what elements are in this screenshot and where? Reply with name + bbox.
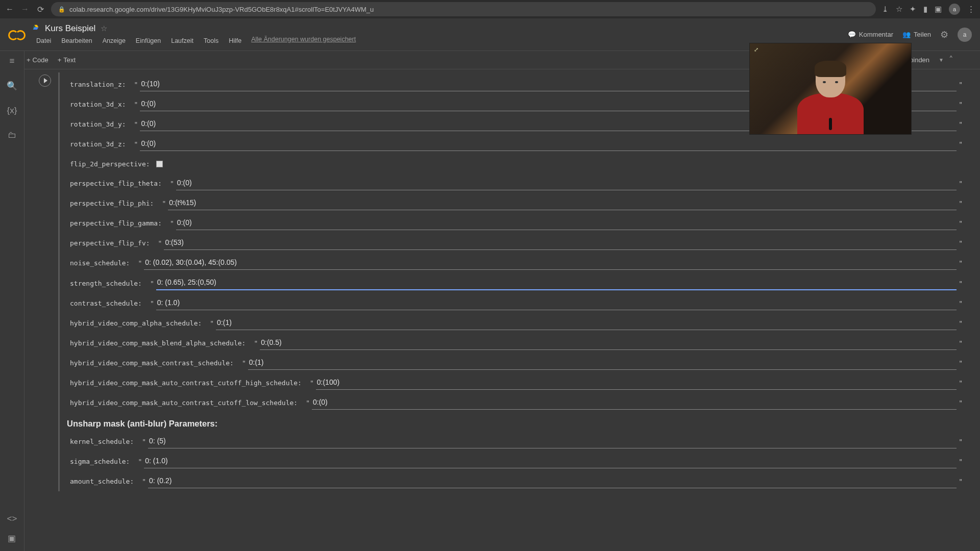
run-cell-button[interactable] bbox=[39, 74, 51, 87]
input-hybrid-mask-blend[interactable] bbox=[260, 336, 957, 350]
input-hybrid-mask-contrast[interactable] bbox=[248, 356, 957, 370]
add-text-button[interactable]: + Text bbox=[58, 56, 76, 64]
quote-open: " bbox=[208, 319, 216, 327]
drive-icon bbox=[32, 23, 40, 33]
quote-close: " bbox=[957, 319, 965, 327]
menu-hilfe[interactable]: Hilfe bbox=[224, 36, 246, 46]
row-perspective-flip-gamma: perspective_flip_gamma: " " bbox=[70, 213, 965, 233]
star-icon[interactable]: ☆ bbox=[101, 24, 107, 33]
quote-open: " bbox=[308, 379, 316, 387]
quote-close: " bbox=[957, 458, 965, 465]
quote-close: " bbox=[957, 399, 965, 407]
label-hybrid-alpha: hybrid_video_comp_alpha_schedule: bbox=[70, 319, 208, 327]
input-perspective-flip-fv[interactable] bbox=[164, 236, 957, 250]
connect-dropdown-icon[interactable]: ▼ bbox=[939, 57, 944, 63]
quote-close: " bbox=[957, 299, 965, 307]
label-noise-schedule: noise_schedule: bbox=[70, 259, 136, 267]
quote-close: " bbox=[957, 280, 965, 287]
share-icon: 👥 bbox=[902, 31, 911, 38]
terminal-icon[interactable]: ▣ bbox=[8, 533, 16, 544]
input-hybrid-alpha[interactable] bbox=[216, 316, 957, 330]
reload-button[interactable]: ⟳ bbox=[36, 5, 45, 14]
kommentar-button[interactable]: 💬 Kommentar bbox=[848, 31, 893, 38]
input-contrast-schedule[interactable] bbox=[156, 296, 957, 310]
input-sigma-schedule[interactable] bbox=[144, 455, 957, 468]
extensions-icon[interactable]: ✦ bbox=[910, 5, 916, 14]
quote-close: " bbox=[957, 259, 965, 267]
row-sigma-schedule: sigma_schedule: " " bbox=[70, 452, 965, 471]
forward-button[interactable]: → bbox=[20, 5, 30, 14]
input-strength-schedule[interactable] bbox=[156, 276, 957, 290]
menu-einfuegen[interactable]: Einfügen bbox=[131, 36, 165, 46]
url-text: colab.research.google.com/drive/13G9KHyM… bbox=[69, 6, 374, 13]
quote-close: " bbox=[957, 219, 965, 227]
quote-open: " bbox=[140, 438, 148, 445]
input-kernel-schedule[interactable] bbox=[148, 435, 957, 448]
label-contrast-schedule: contrast_schedule: bbox=[70, 299, 148, 307]
label-rotation-3d-y: rotation_3d_y: bbox=[70, 120, 132, 128]
bookmark-icon[interactable]: ☆ bbox=[896, 5, 902, 14]
files-icon[interactable]: 🗀 bbox=[8, 130, 16, 140]
teilen-label: Teilen bbox=[914, 31, 931, 38]
label-hybrid-mask-contrast: hybrid_video_comp_mask_contrast_schedule… bbox=[70, 359, 240, 367]
input-rotation-3d-z[interactable] bbox=[140, 137, 957, 151]
quote-open: " bbox=[132, 81, 140, 88]
quote-close: " bbox=[957, 120, 965, 128]
row-kernel-schedule: kernel_schedule: " " bbox=[70, 432, 965, 452]
toolbar-expand-icon[interactable]: ˄ bbox=[949, 55, 953, 65]
menu-tools[interactable]: Tools bbox=[199, 36, 223, 46]
url-bar[interactable]: 🔒 colab.research.google.com/drive/13G9KH… bbox=[51, 2, 876, 16]
section-unsharp-heading: Unsharp mask (anti-blur) Parameters: bbox=[67, 419, 965, 429]
row-hybrid-cutoff-high: hybrid_video_comp_mask_auto_contrast_cut… bbox=[70, 373, 965, 393]
quote-open: " bbox=[252, 339, 260, 347]
row-hybrid-alpha: hybrid_video_comp_alpha_schedule: " " bbox=[70, 313, 965, 333]
teilen-button[interactable]: 👥 Teilen bbox=[902, 31, 931, 38]
search-icon[interactable]: 🔍 bbox=[7, 81, 17, 91]
quote-close: " bbox=[957, 359, 965, 367]
input-perspective-flip-theta[interactable] bbox=[176, 177, 957, 190]
install-icon[interactable]: ⤓ bbox=[882, 5, 889, 14]
back-button[interactable]: ← bbox=[5, 5, 14, 14]
quote-open: " bbox=[136, 259, 144, 267]
code-snippets-icon[interactable]: <> bbox=[7, 514, 17, 524]
quote-close: " bbox=[957, 199, 965, 207]
document-title[interactable]: Kurs Beispiel bbox=[45, 23, 95, 34]
quote-open: " bbox=[136, 458, 144, 465]
colab-logo-icon[interactable] bbox=[8, 29, 26, 41]
menu-laufzeit[interactable]: Laufzeit bbox=[166, 36, 198, 46]
gear-icon[interactable]: ⚙ bbox=[940, 29, 948, 40]
label-rotation-3d-z: rotation_3d_z: bbox=[70, 140, 132, 148]
input-hybrid-cutoff-high[interactable] bbox=[316, 376, 957, 390]
label-perspective-flip-gamma: perspective_flip_gamma: bbox=[70, 219, 168, 227]
input-perspective-flip-phi[interactable] bbox=[168, 196, 957, 210]
quote-close: " bbox=[957, 438, 965, 445]
quote-close: " bbox=[957, 478, 965, 485]
input-hybrid-cutoff-low[interactable] bbox=[312, 396, 957, 410]
quote-open: " bbox=[304, 399, 312, 407]
toc-icon[interactable]: ≡ bbox=[10, 56, 15, 66]
user-avatar[interactable]: a bbox=[958, 28, 972, 42]
more-icon[interactable]: ▮ bbox=[923, 5, 927, 14]
menu-datei[interactable]: Datei bbox=[32, 36, 56, 46]
input-amount-schedule[interactable] bbox=[148, 474, 957, 488]
checkbox-flip-2d-perspective[interactable] bbox=[156, 161, 163, 167]
input-noise-schedule[interactable] bbox=[144, 256, 957, 270]
main-content: translation_z: " " rotation_3d_x: " " ro… bbox=[24, 69, 980, 551]
quote-open: " bbox=[168, 180, 176, 187]
quote-close: " bbox=[957, 379, 965, 387]
menu-anzeige[interactable]: Anzeige bbox=[98, 36, 130, 46]
quote-close: " bbox=[957, 339, 965, 347]
save-status[interactable]: Alle Änderungen wurden gespeichert bbox=[251, 36, 356, 46]
variables-icon[interactable]: {x} bbox=[7, 106, 17, 116]
label-hybrid-cutoff-low: hybrid_video_comp_mask_auto_contrast_cut… bbox=[70, 399, 304, 407]
left-rail: ≡ 🔍 {x} 🗀 <> ▣ bbox=[0, 51, 24, 551]
browser-avatar[interactable]: a bbox=[949, 4, 960, 15]
menu-bearbeiten[interactable]: Bearbeiten bbox=[57, 36, 96, 46]
quote-close: " bbox=[957, 140, 965, 148]
input-perspective-flip-gamma[interactable] bbox=[176, 216, 957, 230]
menu-icon[interactable]: ⋮ bbox=[967, 5, 975, 14]
label-perspective-flip-fv: perspective_flip_fv: bbox=[70, 239, 156, 247]
row-strength-schedule: strength_schedule: " " bbox=[70, 273, 965, 293]
panel-icon[interactable]: ▣ bbox=[935, 5, 942, 14]
add-code-button[interactable]: + Code bbox=[27, 56, 48, 64]
